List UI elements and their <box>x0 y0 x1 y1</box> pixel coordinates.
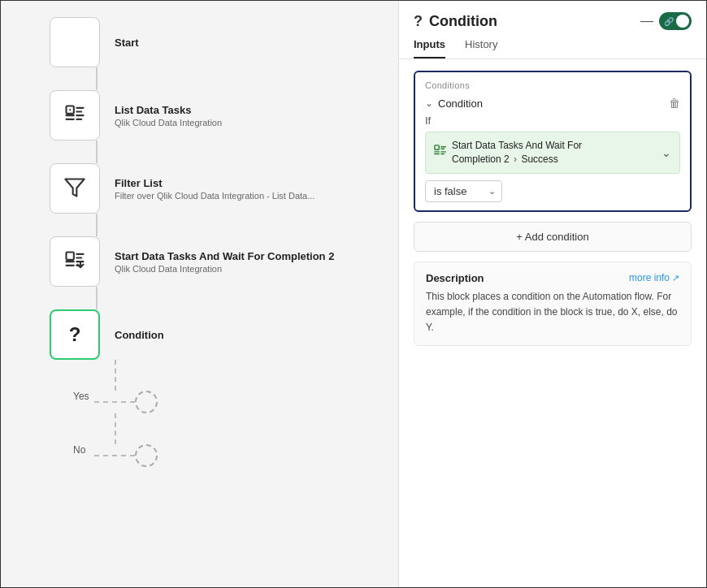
node-start[interactable] <box>50 17 100 67</box>
connector-4 <box>96 287 98 309</box>
svg-rect-3 <box>67 252 74 259</box>
condition-label: Condition <box>438 97 483 110</box>
panel-question-mark: ? <box>414 13 423 30</box>
node-title-condition: Condition <box>115 329 164 341</box>
node-condition[interactable]: ? <box>50 309 100 360</box>
panel-title-row: ? Condition <box>414 13 497 30</box>
no-label: No <box>73 444 91 456</box>
yes-label: Yes <box>73 391 91 402</box>
node-title-start: Start <box>115 37 139 49</box>
pill-dropdown-button[interactable]: ⌄ <box>661 146 671 159</box>
panel-title: Condition <box>429 13 497 30</box>
pill-content: Start Data Tasks And Wait For Completion… <box>434 139 661 166</box>
toggle-knob <box>676 15 689 28</box>
more-info-link[interactable]: more info ↗ <box>629 272 679 283</box>
external-link-icon: ↗ <box>672 273 679 283</box>
node-start-data[interactable] <box>50 236 100 287</box>
node-title-start-data: Start Data Tasks And Wait For Completion… <box>115 250 334 262</box>
question-icon: ? <box>69 323 81 346</box>
data-icon-1 <box>63 103 86 128</box>
description-title: Description <box>426 272 484 284</box>
connector-2 <box>96 141 98 163</box>
main-container: Start List Data Tasks <box>0 0 707 588</box>
chevron-down-icon[interactable]: ⌄ <box>425 97 433 109</box>
panel-header: ? Condition — 🔗 <box>399 1 706 30</box>
node-label-start: Start <box>115 37 139 49</box>
node-row-start-data: Start Data Tasks And Wait For Completion… <box>50 236 398 287</box>
isfalse-select[interactable]: is true is false is null is not null <box>425 180 502 202</box>
add-condition-label: + Add condition <box>516 231 588 243</box>
node-title-filter: Filter List <box>115 177 314 189</box>
no-branch-node[interactable] <box>135 444 158 467</box>
tab-inputs[interactable]: Inputs <box>414 38 445 58</box>
node-label-list-data: List Data Tasks Qlik Cloud Data Integrat… <box>115 104 222 128</box>
node-row-start: Start <box>50 17 398 67</box>
filter-icon <box>63 176 86 201</box>
svg-rect-4 <box>435 145 439 149</box>
description-header: Description more info ↗ <box>426 272 679 284</box>
node-row-list-data: List Data Tasks Qlik Cloud Data Integrat… <box>50 90 398 141</box>
workflow-area: Start List Data Tasks <box>1 1 398 483</box>
conditions-header: Conditions <box>425 80 680 90</box>
node-list-data[interactable] <box>50 90 100 141</box>
node-row-condition: ? Condition <box>50 309 398 360</box>
panel-content: Conditions ⌄ Condition 🗑 If <box>399 59 706 587</box>
toggle-switch[interactable]: 🔗 <box>659 12 692 30</box>
node-label-start-data: Start Data Tasks And Wait For Completion… <box>115 250 334 274</box>
description-block: Description more info ↗ This block place… <box>414 262 692 347</box>
left-panel: Start List Data Tasks <box>1 1 399 587</box>
yes-branch-node[interactable] <box>135 391 158 413</box>
node-row-filter: Filter List Filter over Qlik Cloud Data … <box>50 163 398 214</box>
svg-marker-2 <box>65 179 84 196</box>
node-filter[interactable] <box>50 163 100 214</box>
minimize-button[interactable]: — <box>641 15 653 27</box>
isfalse-select-wrapper: is true is false is null is not null ⌄ <box>425 180 502 202</box>
node-subtitle-list-data: Qlik Cloud Data Integration <box>115 118 222 128</box>
if-label: If <box>425 115 680 127</box>
node-title-list-data: List Data Tasks <box>115 104 222 116</box>
data-icon-2 <box>63 249 86 275</box>
node-label-filter: Filter List Filter over Qlik Cloud Data … <box>115 177 314 201</box>
node-subtitle-filter: Filter over Qlik Cloud Data Integration … <box>115 191 314 201</box>
tab-history[interactable]: History <box>465 38 497 58</box>
panel-tabs: Inputs History <box>399 30 706 59</box>
description-text: This block places a condition on the Aut… <box>426 289 679 336</box>
connector-1 <box>96 67 98 90</box>
pill-data-icon <box>434 145 447 160</box>
condition-title-row: ⌄ Condition <box>425 97 483 110</box>
node-label-condition: Condition <box>115 329 164 341</box>
toggle-link-icon: 🔗 <box>664 17 674 26</box>
connector-3 <box>96 214 98 236</box>
right-panel: ? Condition — 🔗 Inputs History Condition… <box>399 1 706 587</box>
isfalse-dropdown: is true is false is null is not null ⌄ <box>425 180 680 202</box>
add-condition-button[interactable]: + Add condition <box>414 222 692 252</box>
pill-text: Start Data Tasks And Wait For Completion… <box>452 139 582 166</box>
condition-row: ⌄ Condition 🗑 <box>425 97 680 110</box>
delete-icon[interactable]: 🗑 <box>669 97 680 110</box>
panel-top-actions: — 🔗 <box>641 12 692 30</box>
condition-pill: Start Data Tasks And Wait For Completion… <box>425 132 680 174</box>
more-info-label: more info <box>629 272 670 283</box>
node-subtitle-start-data: Qlik Cloud Data Integration <box>115 264 334 274</box>
conditions-block: Conditions ⌄ Condition 🗑 If <box>414 71 692 212</box>
